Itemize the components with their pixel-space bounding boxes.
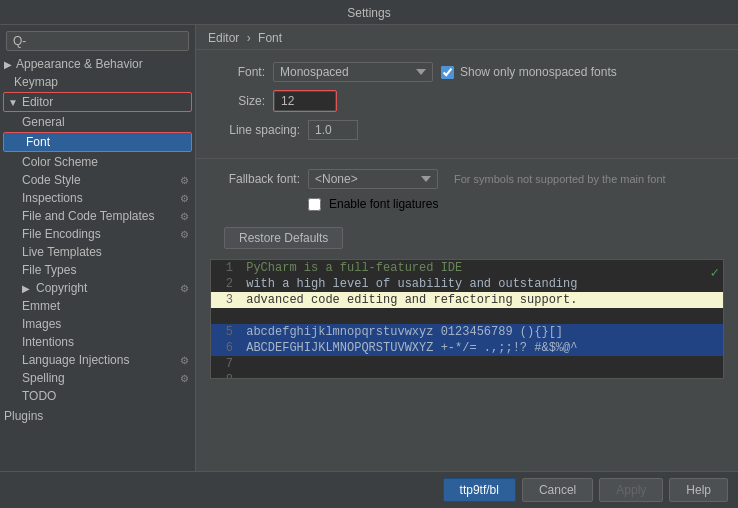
sidebar-item-file-types[interactable]: File Types: [0, 261, 195, 279]
sidebar-item-general[interactable]: General: [0, 113, 195, 131]
sidebar-item-copyright[interactable]: ▶ Copyright ⚙: [0, 279, 195, 297]
font-item-box: Font: [3, 132, 192, 152]
line-spacing-input[interactable]: 1.0: [308, 120, 358, 140]
sidebar-label-editor: Editor: [22, 95, 53, 109]
fallback-area: Fallback font: <None> For symbols not su…: [196, 163, 738, 223]
title-text: Settings: [347, 6, 390, 20]
sidebar-label-appearance: Appearance & Behavior: [16, 57, 143, 71]
sidebar-label-intentions: Intentions: [22, 335, 74, 349]
preview-text-3: advanced code editing and refactoring su…: [246, 293, 577, 307]
breadcrumb-parent: Editor: [208, 31, 239, 45]
line-num-3: 3: [217, 292, 233, 308]
sidebar-label-copyright: Copyright: [36, 281, 87, 295]
sidebar-item-plugins[interactable]: Plugins: [0, 407, 195, 425]
restore-defaults-area: Restore Defaults: [196, 223, 738, 259]
help-button[interactable]: Help: [669, 478, 728, 502]
sidebar-item-keymap[interactable]: Keymap: [0, 73, 195, 91]
preview-text-5: abcdefghijklmnopqrstuvwxyz 0123456789 ()…: [246, 325, 563, 339]
indicator-icon-spelling: ⚙: [180, 373, 189, 384]
preview-line-3: 3 advanced code editing and refactoring …: [211, 292, 723, 308]
line-num-8: 8: [217, 372, 233, 379]
sidebar-item-editor[interactable]: ▼ Editor: [4, 93, 191, 111]
sidebar-label-file-types: File Types: [22, 263, 76, 277]
line-num-1: 1: [217, 260, 233, 276]
fallback-font-row: Fallback font: <None> For symbols not su…: [210, 169, 724, 189]
line-num-6: 6: [217, 340, 233, 356]
sidebar-item-appearance-behavior[interactable]: ▶ Appearance & Behavior: [0, 55, 195, 73]
indicator-icon-inspections: ⚙: [180, 193, 189, 204]
size-input[interactable]: 12: [275, 92, 335, 110]
sidebar-label-spelling: Spelling: [22, 371, 65, 385]
search-box[interactable]: [0, 25, 195, 55]
sidebar-item-live-templates[interactable]: Live Templates: [0, 243, 195, 261]
enable-ligatures-label: Enable font ligatures: [329, 197, 438, 211]
sidebar-label-font: Font: [26, 135, 50, 149]
sidebar-label-code-style: Code Style: [22, 173, 81, 187]
preview-line-8: 8: [211, 372, 723, 379]
indicator-icon-copyright: ⚙: [180, 283, 189, 294]
sidebar-label-inspections: Inspections: [22, 191, 83, 205]
show-monospaced-row: Show only monospaced fonts: [441, 65, 617, 79]
sidebar-item-color-scheme[interactable]: Color Scheme: [0, 153, 195, 171]
sidebar-item-todo[interactable]: TODO: [0, 387, 195, 405]
fallback-font-label: Fallback font:: [210, 172, 300, 186]
cancel-button[interactable]: Cancel: [522, 478, 593, 502]
font-row: Font: Monospaced Show only monospaced fo…: [210, 62, 724, 82]
preview-line-5: 5 abcdefghijklmnopqrstuvwxyz 0123456789 …: [211, 324, 723, 340]
sidebar-label-lang-injections: Language Injections: [22, 353, 129, 367]
sidebar-label-keymap: Keymap: [14, 75, 58, 89]
font-select[interactable]: Monospaced: [273, 62, 433, 82]
sidebar-label-general: General: [22, 115, 65, 129]
sidebar-item-file-encodings[interactable]: File Encodings ⚙: [0, 225, 195, 243]
check-green-icon: ✓: [711, 264, 719, 281]
line-num-7: 7: [217, 356, 233, 372]
sidebar-item-inspections[interactable]: Inspections ⚙: [0, 189, 195, 207]
sidebar: ▶ Appearance & Behavior Keymap ▼ Editor …: [0, 25, 196, 471]
preview-line-6: 6 ABCDEFGHIJKLMNOPQRSTUVWXYZ +-*/= .,;;!…: [211, 340, 723, 356]
sidebar-item-images[interactable]: Images: [0, 315, 195, 333]
sidebar-item-code-style[interactable]: Code Style ⚙: [0, 171, 195, 189]
breadcrumb: Editor › Font: [196, 25, 738, 50]
sidebar-label-file-encodings: File Encodings: [22, 227, 101, 241]
arrow-copyright-icon: ▶: [22, 283, 30, 294]
sidebar-label-color-scheme: Color Scheme: [22, 155, 98, 169]
preview-line-7: 7: [211, 356, 723, 372]
sidebar-item-emmet[interactable]: Emmet: [0, 297, 195, 315]
sidebar-item-intentions[interactable]: Intentions: [0, 333, 195, 351]
line-num-5: 5: [217, 324, 233, 340]
sidebar-item-spelling[interactable]: Spelling ⚙: [0, 369, 195, 387]
main-content: Editor › Font Font: Monospaced Show only…: [196, 25, 738, 471]
dialog-title: Settings: [0, 0, 738, 25]
indicator-icon-injections: ⚙: [180, 355, 189, 366]
line-num-2: 2: [217, 276, 233, 292]
show-monospaced-checkbox[interactable]: [441, 66, 454, 79]
bottom-bar: ttp9tf/bl Cancel Apply Help: [0, 471, 738, 508]
editor-section-box: ▼ Editor: [3, 92, 192, 112]
size-label: Size:: [210, 94, 265, 108]
sidebar-label-file-templates: File and Code Templates: [22, 209, 155, 223]
line-spacing-label: Line spacing:: [210, 123, 300, 137]
sidebar-item-lang-injections[interactable]: Language Injections ⚙: [0, 351, 195, 369]
sidebar-label-todo: TODO: [22, 389, 56, 403]
breadcrumb-current: Font: [258, 31, 282, 45]
fallback-font-note: For symbols not supported by the main fo…: [454, 173, 666, 185]
restore-defaults-button[interactable]: Restore Defaults: [224, 227, 343, 249]
size-input-box: 12: [273, 90, 337, 112]
font-label: Font:: [210, 65, 265, 79]
ok-button[interactable]: ttp9tf/bl: [443, 478, 516, 502]
show-monospaced-label: Show only monospaced fonts: [460, 65, 617, 79]
sidebar-item-file-templates[interactable]: File and Code Templates ⚙: [0, 207, 195, 225]
fallback-font-select[interactable]: <None>: [308, 169, 438, 189]
enable-ligatures-checkbox[interactable]: [308, 198, 321, 211]
preview-area: 1 PyCharm is a full-featured IDE 2 with …: [210, 259, 724, 379]
indicator-icon-templates: ⚙: [180, 211, 189, 222]
arrow-editor-icon: ▼: [8, 97, 18, 108]
sidebar-label-plugins: Plugins: [4, 409, 43, 423]
sidebar-label-emmet: Emmet: [22, 299, 60, 313]
preview-line-2: 2 with a high level of usability and out…: [211, 276, 723, 292]
apply-button[interactable]: Apply: [599, 478, 663, 502]
search-input[interactable]: [6, 31, 189, 51]
sidebar-item-font[interactable]: Font: [4, 133, 191, 151]
form-area: Font: Monospaced Show only monospaced fo…: [196, 50, 738, 154]
settings-dialog: Settings ▶ Appearance & Behavior Keymap …: [0, 0, 738, 508]
